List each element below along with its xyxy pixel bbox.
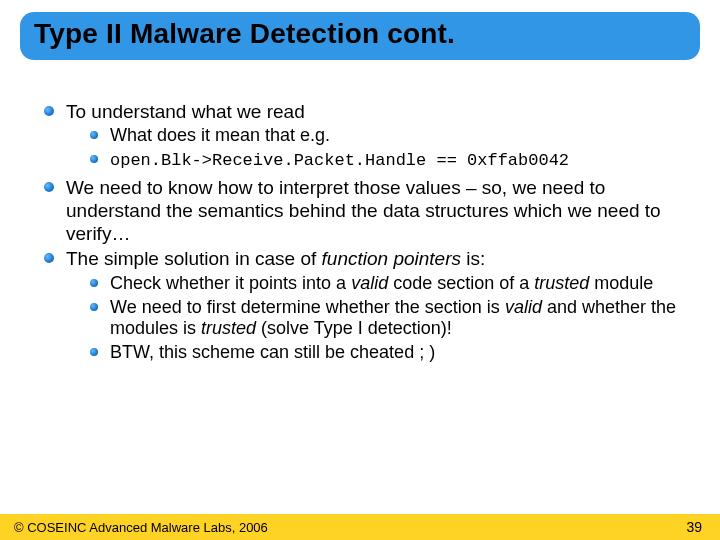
sub-list: Check whether it points into a valid cod…: [90, 273, 690, 365]
page-number: 39: [686, 519, 702, 535]
list-item: Check whether it points into a valid cod…: [90, 273, 690, 295]
list-item: open.Blk->Receive.Packet.Handle == 0xffa…: [90, 149, 690, 172]
emphasis: valid: [351, 273, 388, 293]
bullet-text: BTW, this scheme can still be cheated ; …: [110, 342, 435, 362]
text-fragment: is:: [461, 248, 485, 269]
slide-title: Type II Malware Detection cont.: [34, 18, 686, 50]
emphasis: valid: [505, 297, 542, 317]
text-fragment: The simple solution in case of: [66, 248, 322, 269]
bullet-text: To understand what we read: [66, 101, 305, 122]
list-item: What does it mean that e.g.: [90, 125, 690, 147]
emphasis: function pointers: [322, 248, 461, 269]
list-item: To understand what we read What does it …: [44, 100, 690, 172]
slide-content: To understand what we read What does it …: [0, 60, 720, 364]
text-fragment: Check whether it points into a: [110, 273, 351, 293]
bullet-text: We need to know how to interpret those v…: [66, 177, 661, 244]
list-item: We need to know how to interpret those v…: [44, 176, 690, 246]
bullet-text: We need to first determine whether the s…: [110, 297, 676, 339]
emphasis: trusted: [201, 318, 256, 338]
emphasis: trusted: [534, 273, 589, 293]
slide-title-bar: Type II Malware Detection cont.: [20, 12, 700, 60]
code-text: open.Blk->Receive.Packet.Handle == 0xffa…: [110, 151, 569, 170]
list-item: We need to first determine whether the s…: [90, 297, 690, 341]
text-fragment: module: [589, 273, 653, 293]
bullet-text: The simple solution in case of function …: [66, 248, 485, 269]
text-fragment: We need to first determine whether the s…: [110, 297, 505, 317]
list-item: BTW, this scheme can still be cheated ; …: [90, 342, 690, 364]
list-item: The simple solution in case of function …: [44, 247, 690, 364]
copyright-text: © COSEINC Advanced Malware Labs, 2006: [14, 520, 268, 535]
bullet-text: What does it mean that e.g.: [110, 125, 330, 145]
bullet-list: To understand what we read What does it …: [44, 100, 690, 364]
text-fragment: (solve Type I detection)!: [256, 318, 452, 338]
sub-list: What does it mean that e.g. open.Blk->Re…: [90, 125, 690, 172]
slide-footer: © COSEINC Advanced Malware Labs, 2006 39: [0, 514, 720, 540]
text-fragment: code section of a: [388, 273, 534, 293]
bullet-text: Check whether it points into a valid cod…: [110, 273, 653, 293]
